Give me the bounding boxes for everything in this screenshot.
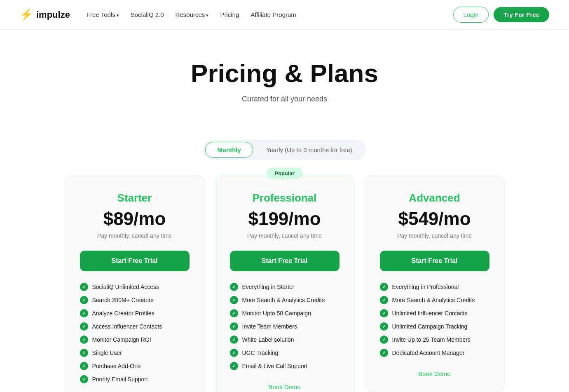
plan-price: $199/mo (230, 209, 340, 229)
feature-text: More Search & Analytics Credits (392, 297, 475, 303)
check-icon: ✓ (80, 322, 88, 331)
check-icon: ✓ (230, 283, 238, 291)
check-icon: ✓ (80, 283, 88, 291)
check-icon: ✓ (230, 349, 238, 357)
check-icon: ✓ (380, 283, 388, 291)
nav-actions: Login Try For Free (453, 7, 549, 23)
feature-item: ✓ Email & Live Call Support (230, 362, 340, 370)
plan-card-advanced: Advanced$549/moPay monthly, cancel any t… (365, 175, 505, 392)
check-icon: ✓ (380, 336, 388, 344)
feature-text: Access Influencer Contacts (92, 323, 162, 330)
billing-toggle-wrapper: Monthly Yearly (Up to 3 months for free) (0, 140, 569, 160)
check-icon: ✓ (380, 322, 388, 331)
check-icon: ✓ (380, 309, 388, 317)
plan-card-professional: PopularProfessional$199/moPay monthly, c… (215, 175, 355, 392)
hero-subtitle: Curated for all your needs (20, 95, 549, 103)
start-trial-button[interactable]: Start Free Trial (230, 251, 340, 271)
feature-item: ✓ SocialiQ Unlimited Access (80, 283, 190, 291)
hero-title: Pricing & Plans (20, 59, 549, 87)
feature-item: ✓ UGC Tracking (230, 349, 340, 357)
check-icon: ✓ (230, 309, 238, 317)
feature-item: ✓ Invite Team Members (230, 322, 340, 331)
navbar: ⚡ impulze Free ToolsSocialiQ 2.0Resource… (0, 0, 569, 30)
book-demo-link[interactable]: Book Demo (380, 370, 489, 377)
billing-toggle-group: Monthly Yearly (Up to 3 months for free) (203, 140, 365, 160)
feature-text: UGC Tracking (242, 350, 279, 356)
feature-text: Unlimited Influencer Contacts (392, 310, 468, 317)
check-icon: ✓ (80, 362, 88, 370)
feature-text: More Search & Analytics Credits (242, 297, 325, 303)
try-button[interactable]: Try For Free (494, 7, 549, 22)
plans-container: Starter$89/moPay monthly, cancel any tim… (0, 175, 569, 392)
check-icon: ✓ (80, 309, 88, 317)
nav-link-socialiq[interactable]: SocialiQ 2.0 (131, 11, 164, 18)
feature-item: ✓ Invite Up to 25 Team Members (380, 336, 489, 344)
start-trial-button[interactable]: Start Free Trial (380, 251, 489, 271)
plan-price: $89/mo (80, 209, 190, 229)
feature-item: ✓ Everything in Starter (230, 283, 340, 291)
check-icon: ✓ (80, 336, 88, 344)
check-icon: ✓ (230, 336, 238, 344)
feature-text: Priority Email Support (92, 376, 148, 383)
hero-section: Pricing & Plans Curated for all your nee… (0, 30, 569, 123)
check-icon: ✓ (230, 296, 238, 304)
feature-text: Everything in Starter (242, 284, 295, 290)
monthly-toggle[interactable]: Monthly (205, 142, 253, 158)
check-icon: ✓ (230, 322, 238, 331)
plan-billing: Pay monthly, cancel any time (80, 232, 190, 239)
plan-name: Professional (230, 192, 340, 204)
check-icon: ✓ (380, 296, 388, 304)
feature-text: Dedicated Account Manager (392, 350, 465, 356)
feature-item: ✓ Unlimited Campaign Tracking (380, 322, 489, 331)
feature-item: ✓ White Label solution (230, 336, 340, 344)
feature-text: Invite Team Members (242, 323, 297, 330)
feature-text: Monitor Upto 50 Campaign (242, 310, 311, 317)
feature-text: Unlimited Campaign Tracking (392, 323, 468, 330)
features-list: ✓ Everything in Starter ✓ More Search & … (230, 283, 340, 370)
feature-text: Analyze Creator Profiles (92, 310, 155, 317)
feature-text: Purchase Add-Ons (92, 363, 141, 369)
nav-link-free-tools[interactable]: Free Tools (87, 11, 119, 18)
nav-links: Free ToolsSocialiQ 2.0ResourcesPricingAf… (87, 11, 453, 19)
feature-item: ✓ Access Influencer Contacts (80, 322, 190, 331)
feature-item: ✓ Search 280M+ Creators (80, 296, 190, 304)
nav-link-affiliate[interactable]: Affiliate Program (251, 11, 296, 18)
feature-text: Single User (92, 350, 122, 356)
logo[interactable]: ⚡ impulze (20, 8, 70, 21)
feature-text: White Label solution (242, 336, 294, 343)
feature-item: ✓ Unlimited Influencer Contacts (380, 309, 489, 317)
feature-text: SocialiQ Unlimited Access (92, 284, 159, 290)
feature-item: ✓ More Search & Analytics Credits (230, 296, 340, 304)
feature-item: ✓ Priority Email Support (80, 375, 190, 383)
check-icon: ✓ (380, 349, 388, 357)
check-icon: ✓ (230, 362, 238, 370)
start-trial-button[interactable]: Start Free Trial (80, 251, 190, 271)
nav-link-resources[interactable]: Resources (176, 11, 209, 18)
plan-billing: Pay monthly, cancel any time (380, 232, 489, 239)
logo-icon: ⚡ (20, 8, 33, 21)
feature-item: ✓ Analyze Creator Profiles (80, 309, 190, 317)
plan-price: $549/mo (380, 209, 489, 229)
feature-text: Monitor Campaign ROI (92, 336, 151, 343)
features-list: ✓ Everything in Professional ✓ More Sear… (380, 283, 489, 357)
book-demo-link[interactable]: Book Demo (230, 383, 340, 390)
nav-link-pricing[interactable]: Pricing (220, 11, 239, 18)
login-button[interactable]: Login (453, 7, 489, 23)
feature-text: Everything in Professional (392, 284, 459, 290)
check-icon: ✓ (80, 375, 88, 383)
plan-name: Advanced (380, 192, 489, 204)
yearly-toggle[interactable]: Yearly (Up to 3 months for free) (255, 142, 364, 158)
feature-text: Email & Live Call Support (242, 363, 308, 369)
logo-text: impulze (36, 9, 70, 20)
plan-card-starter: Starter$89/moPay monthly, cancel any tim… (65, 175, 205, 392)
plan-billing: Pay monthly, cancel any time (230, 232, 340, 239)
plan-name: Starter (80, 192, 190, 204)
feature-item: ✓ More Search & Analytics Credits (380, 296, 489, 304)
feature-item: ✓ Monitor Campaign ROI (80, 336, 190, 344)
check-icon: ✓ (80, 349, 88, 357)
feature-item: ✓ Single User (80, 349, 190, 357)
feature-item: ✓ Monitor Upto 50 Campaign (230, 309, 340, 317)
feature-item: ✓ Purchase Add-Ons (80, 362, 190, 370)
feature-item: ✓ Everything in Professional (380, 283, 489, 291)
features-list: ✓ SocialiQ Unlimited Access ✓ Search 280… (80, 283, 190, 383)
